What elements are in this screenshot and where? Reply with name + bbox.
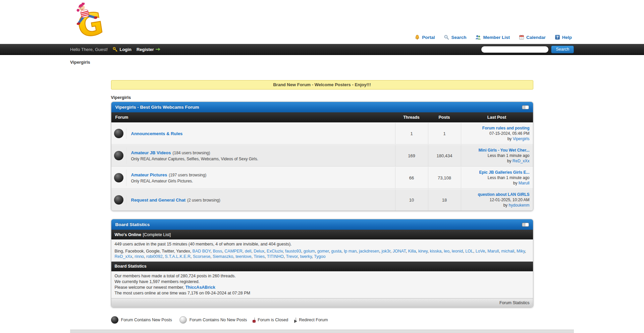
legend-label: Forum is Closed: [258, 318, 288, 322]
forum-row: Request and General Chat(2 users browsin…: [111, 189, 533, 211]
top-menu-label: Calendar: [526, 35, 546, 40]
column-header-forum: Forum: [111, 115, 395, 120]
quick-search-button[interactable]: Search: [551, 46, 574, 53]
last-post-subject-link[interactable]: Forum rules and posting: [482, 126, 530, 130]
online-member-link[interactable]: Tygoo: [314, 254, 325, 259]
top-menu-calendar[interactable]: Calendar: [519, 35, 546, 40]
forum-threads-count: 10: [395, 189, 428, 211]
online-member-link[interactable]: twerky: [300, 254, 312, 259]
online-member-link[interactable]: kisska: [430, 249, 442, 254]
online-member-link[interactable]: gusta: [331, 249, 341, 254]
last-post-author-link[interactable]: hydoukenm: [508, 203, 529, 208]
svg-text:?: ?: [556, 35, 558, 40]
by-label: by: [513, 181, 518, 185]
forum-link[interactable]: Announcements & Rules: [131, 131, 183, 136]
forum-posts-count: 18: [428, 189, 461, 211]
online-member-link[interactable]: LoVe: [476, 249, 485, 254]
top-menu-label: Search: [451, 35, 466, 40]
online-member-link[interactable]: rinno: [135, 254, 144, 259]
collapse-toggle-icon[interactable]: [522, 105, 529, 109]
new-posts-icon: [114, 195, 123, 205]
online-member-link[interactable]: ExCluziv: [267, 249, 283, 254]
last-post-subject-link[interactable]: Epic JB Galleries Girls E...: [479, 170, 529, 175]
search-icon: [444, 35, 449, 40]
online-member-link[interactable]: kirwy: [418, 249, 428, 254]
online-member-link[interactable]: golum: [304, 249, 315, 254]
forum-status-icon: [111, 123, 126, 144]
last-post-author-link[interactable]: ReD_xXx: [513, 159, 530, 163]
last-post-author-link[interactable]: Marull: [519, 181, 530, 185]
whos-online-title: Who's Online: [115, 232, 141, 237]
complete-list-link[interactable]: [Complete List]: [143, 232, 171, 237]
last-post-time: 07-15-2024, 05:46 PM: [465, 131, 530, 136]
legend-label: Forum Contains New Posts: [121, 318, 172, 322]
forum-link[interactable]: Request and General Chat: [131, 198, 186, 203]
online-member-link[interactable]: Killa: [408, 249, 416, 254]
new-posts-icon: [114, 173, 123, 182]
top-menu-member-list[interactable]: Member List: [475, 35, 510, 40]
online-member-link[interactable]: Trevor: [286, 254, 298, 259]
stat-newest-member: Please welcome our newest member, ThiccA…: [115, 285, 530, 290]
stat-most-online: The most users online at one time was 7,…: [115, 290, 530, 296]
online-member-link[interactable]: BAD BOY: [193, 249, 211, 254]
forum-link[interactable]: Amateur Pictures: [131, 172, 167, 177]
new-posts-icon: [111, 316, 118, 324]
online-summary: 449 users active in the past 15 minutes …: [115, 241, 530, 247]
online-member-link[interactable]: leonid: [452, 249, 463, 254]
new-posts-icon: [114, 151, 123, 160]
online-member-link[interactable]: Tinies: [254, 254, 265, 259]
top-menu-search[interactable]: Search: [444, 35, 466, 40]
lock-icon: [253, 320, 256, 323]
newest-member-link[interactable]: ThiccAsABrick: [185, 285, 215, 290]
online-member-link[interactable]: Ip man: [344, 249, 357, 254]
collapse-toggle-icon[interactable]: [522, 223, 529, 227]
online-member-link[interactable]: Miky: [517, 249, 525, 254]
top-menu-help[interactable]: ? Help: [555, 35, 572, 40]
online-member-link[interactable]: jackdresen: [359, 249, 379, 254]
online-member-link[interactable]: teenlove: [235, 254, 251, 259]
online-member-link[interactable]: michail: [501, 249, 514, 254]
top-menu-label: Member List: [483, 35, 510, 40]
online-member-link[interactable]: Siemaszko: [213, 254, 233, 259]
online-member-link[interactable]: Boss: [213, 249, 222, 254]
breadcrumb[interactable]: Vipergirls: [70, 60, 574, 65]
forum-status-icon: [111, 189, 126, 211]
forum-threads-count: 66: [395, 167, 428, 188]
forum-description: Only REAL Amateur Girls Pictures.: [131, 179, 392, 183]
last-post-subject-link[interactable]: Mini Girls - You Wet Cher...: [478, 148, 529, 153]
forum-link[interactable]: Amateur JB Videos: [131, 150, 171, 155]
online-member-link[interactable]: Delux: [254, 249, 264, 254]
last-post-author-link[interactable]: Vipergirls: [513, 136, 530, 141]
logo-graphic: G: [69, 3, 110, 37]
online-member-link[interactable]: jok3r: [381, 249, 390, 254]
register-button[interactable]: Register: [137, 47, 161, 52]
forum-statistics-link[interactable]: Forum Statistics: [499, 300, 530, 305]
online-member-link[interactable]: dell: [245, 249, 251, 254]
column-header-lastpost: Last Post: [461, 115, 533, 120]
member-list-icon: [475, 35, 481, 40]
announcement-banner: Brand New Forum - Welcome Posters - Enjo…: [111, 80, 533, 90]
online-member-link[interactable]: LOL: [465, 249, 473, 254]
greeting-text: Hello There, Guest!: [70, 47, 108, 52]
online-member-link[interactable]: Scorsese: [193, 254, 210, 259]
login-button[interactable]: Login: [113, 47, 131, 52]
online-member-link[interactable]: S.T.A.L.K.E.R: [165, 254, 191, 259]
online-member-link[interactable]: JONAT: [393, 249, 406, 254]
online-member-link[interactable]: leo: [444, 249, 449, 254]
by-label: by: [507, 159, 512, 163]
online-member-link[interactable]: fausto93: [285, 249, 301, 254]
online-member-link[interactable]: ReD_xXx: [115, 254, 132, 259]
top-menu-portal[interactable]: Portal: [415, 35, 435, 40]
online-member-link[interactable]: Marull: [487, 249, 499, 254]
top-menu-label: Help: [562, 35, 572, 40]
last-post-subject-link[interactable]: question about LAN GIRLS: [478, 192, 530, 197]
quick-search-input[interactable]: [481, 46, 549, 53]
toolbar: Hello There, Guest! Login Register Searc…: [0, 44, 644, 55]
online-member-link[interactable]: gomer: [317, 249, 329, 254]
online-member-link[interactable]: CAMPER: [224, 249, 242, 254]
site-logo[interactable]: G: [69, 3, 110, 38]
forum-legend: Forum Contains New Posts Forum Contains …: [111, 316, 533, 324]
online-member-link[interactable]: robi0092: [146, 254, 163, 259]
online-member-link[interactable]: TITINHO: [267, 254, 284, 259]
forum-posts-count: 73,108: [428, 167, 461, 188]
